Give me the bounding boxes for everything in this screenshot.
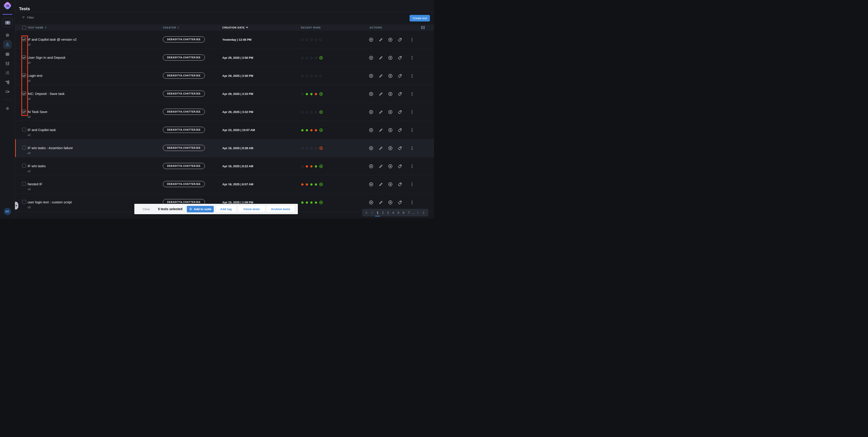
sidebar-item-settings[interactable] <box>3 104 12 113</box>
run-test-button[interactable] <box>369 164 374 169</box>
tag-test-button[interactable] <box>397 37 402 42</box>
run-test-button[interactable] <box>369 128 374 133</box>
page-button-2[interactable]: 2 <box>380 210 385 215</box>
tag-test-button[interactable] <box>397 182 402 187</box>
row-checkbox[interactable] <box>22 164 26 168</box>
last-page-button[interactable] <box>421 210 426 215</box>
page-button-4[interactable]: 4 <box>391 210 396 215</box>
test-name[interactable]: User Sign In and Deposit <box>28 56 65 60</box>
sidebar-item-home[interactable] <box>3 31 12 39</box>
row-checkbox[interactable] <box>22 55 26 59</box>
edit-test-button[interactable] <box>378 55 383 60</box>
column-header-creation-date[interactable]: CREATION DATE <box>222 24 248 31</box>
tag-test-button[interactable] <box>397 92 402 97</box>
row-checkbox[interactable] <box>22 37 26 41</box>
tag-test-button[interactable] <box>397 55 402 60</box>
sidebar-item-checklist[interactable] <box>3 68 12 77</box>
run-test-button[interactable] <box>369 73 374 78</box>
more-actions-button[interactable] <box>410 110 414 114</box>
test-name[interactable]: Login test <box>28 74 42 77</box>
add-test-to-suite-button[interactable] <box>388 37 393 42</box>
page-button-5[interactable]: 5 <box>396 210 401 215</box>
test-name[interactable]: IF w/o tasks <box>28 164 46 168</box>
page-button-1[interactable]: 1 <box>375 210 380 215</box>
sidebar-item-recordings[interactable] <box>3 88 12 96</box>
edit-test-button[interactable] <box>378 73 383 78</box>
add-test-to-suite-button[interactable] <box>388 146 393 151</box>
more-actions-button[interactable] <box>410 37 414 42</box>
more-actions-button[interactable] <box>410 73 414 78</box>
more-actions-button[interactable] <box>410 55 414 60</box>
tag-test-button[interactable] <box>397 128 402 133</box>
add-tag-button[interactable]: Add tag <box>216 206 236 212</box>
sidebar-item-test-tubes[interactable] <box>3 59 12 68</box>
page-button-7[interactable]: 7 <box>406 210 411 215</box>
add-test-to-suite-button[interactable] <box>388 73 393 78</box>
more-actions-button[interactable] <box>410 92 414 97</box>
test-name[interactable]: Nested IF <box>28 182 42 186</box>
more-actions-button[interactable] <box>410 182 414 187</box>
test-name[interactable]: user login text - custom script <box>28 200 72 204</box>
select-all-checkbox[interactable] <box>22 26 26 30</box>
table-row[interactable]: Login test v0 DEBADITYA.CHATTERJEE Apr 2… <box>15 67 434 85</box>
run-test-button[interactable] <box>369 146 374 151</box>
sidebar-item-data-table[interactable] <box>3 50 12 59</box>
add-test-to-suite-button[interactable] <box>388 164 393 169</box>
edit-test-button[interactable] <box>378 200 383 205</box>
run-test-button[interactable] <box>369 37 374 42</box>
run-test-button[interactable] <box>369 200 374 205</box>
row-checkbox[interactable] <box>22 146 26 149</box>
edit-test-button[interactable] <box>378 37 383 42</box>
user-avatar[interactable]: DC <box>4 208 11 215</box>
edit-test-button[interactable] <box>378 128 383 133</box>
run-test-button[interactable] <box>369 55 374 60</box>
page-button-6[interactable]: 6 <box>401 210 406 215</box>
table-row[interactable]: IF and Copilot task v2 DEBADITYA.CHATTER… <box>15 121 434 139</box>
more-actions-button[interactable] <box>410 128 414 133</box>
tag-test-button[interactable] <box>397 146 402 151</box>
table-row[interactable]: IF w/o tasks v2 DEBADITYA.CHATTERJEE Apr… <box>15 157 434 175</box>
table-row[interactable]: AI Task Save v0 DEBADITYA.CHATTERJEE Apr… <box>15 103 434 121</box>
row-checkbox[interactable] <box>22 128 26 132</box>
column-header-creator[interactable]: CREATOR <box>163 24 179 31</box>
test-name[interactable]: IF and Copilot task @ version v2 <box>28 37 77 41</box>
table-row[interactable]: IF and Copilot task @ version v2 v0 DEBA… <box>15 31 434 49</box>
add-test-to-suite-button[interactable] <box>388 92 393 97</box>
tag-test-button[interactable] <box>397 164 402 169</box>
test-name[interactable]: IF and Copilot task <box>28 128 56 132</box>
more-actions-button[interactable] <box>410 200 414 205</box>
run-test-button[interactable] <box>369 92 374 97</box>
add-test-to-suite-button[interactable] <box>388 128 393 133</box>
row-checkbox[interactable] <box>22 73 26 77</box>
table-row[interactable]: Nested IF v3 DEBADITYA.CHATTERJEE Apr 16… <box>15 175 434 194</box>
more-actions-button[interactable] <box>410 146 414 151</box>
column-settings-icon[interactable] <box>421 26 425 29</box>
first-page-button[interactable] <box>364 210 370 215</box>
tag-test-button[interactable] <box>397 200 402 205</box>
add-test-to-suite-button[interactable] <box>388 110 393 114</box>
add-test-to-suite-button[interactable] <box>388 200 393 205</box>
add-test-to-suite-button[interactable] <box>388 182 393 187</box>
test-name[interactable]: AIC: Deposit - Save task <box>28 92 64 96</box>
sidebar-item-workflow[interactable] <box>3 78 12 87</box>
table-row[interactable]: IF w/o tasks - Assertion failure v0 DEBA… <box>15 139 434 157</box>
edit-test-button[interactable] <box>378 146 383 151</box>
row-checkbox[interactable] <box>22 200 26 204</box>
column-header-test-name[interactable]: TEST NAME <box>28 24 46 31</box>
page-button-3[interactable]: 3 <box>385 210 391 215</box>
test-name[interactable]: IF w/o tasks - Assertion failure <box>28 146 73 150</box>
next-page-button[interactable] <box>415 210 421 215</box>
run-test-button[interactable] <box>369 110 374 114</box>
filter-button[interactable]: Filter <box>22 16 34 19</box>
test-name[interactable]: AI Task Save <box>28 110 47 114</box>
row-checkbox[interactable] <box>22 110 26 113</box>
clear-selection-button[interactable]: Clear <box>141 207 152 211</box>
table-row[interactable]: User Sign In and Deposit v0 DEBADITYA.CH… <box>15 49 434 67</box>
create-test-button[interactable]: Create test <box>410 15 430 22</box>
add-to-suite-button[interactable]: Add to suite <box>187 206 214 212</box>
run-test-button[interactable] <box>369 182 374 187</box>
tag-test-button[interactable] <box>397 110 402 114</box>
table-row[interactable]: AIC: Deposit - Save task v0 DEBADITYA.CH… <box>15 85 434 103</box>
more-actions-button[interactable] <box>410 164 414 169</box>
archive-tests-button[interactable]: Archive tests <box>267 206 294 212</box>
